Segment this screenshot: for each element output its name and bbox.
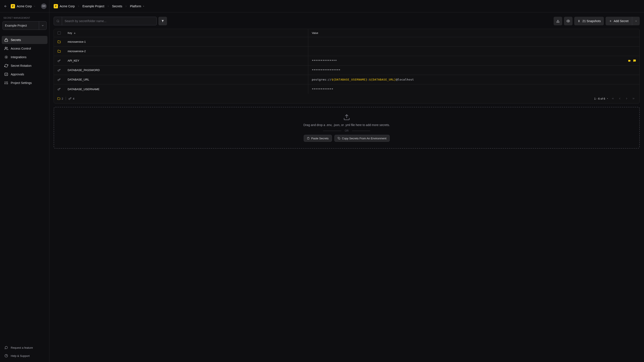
row-value: ************** xyxy=(312,59,337,62)
page-prev-button[interactable] xyxy=(617,96,622,101)
filter-icon xyxy=(161,20,164,22)
page-last-button[interactable] xyxy=(631,96,636,101)
folder-count-stat: 2 xyxy=(57,97,63,100)
add-secret-button[interactable]: Add Secret xyxy=(606,17,632,25)
chevron-down-icon xyxy=(41,24,44,27)
dropzone[interactable]: Drag and drop a .env, .json, or .yml fil… xyxy=(54,107,640,148)
svg-rect-18 xyxy=(338,138,340,140)
clipboard-icon xyxy=(307,137,310,140)
search-input[interactable] xyxy=(62,19,156,23)
svg-point-14 xyxy=(57,20,58,22)
table-row[interactable]: DATABASE_URLpostgres://${DATABASE_USERNA… xyxy=(54,75,640,84)
copy-secrets-button[interactable]: Copy Secrets From An Environment xyxy=(334,135,390,142)
row-value: postgres://${DATABASE_USERNAME}:${DATABA… xyxy=(312,78,414,81)
table-row[interactable]: DATABASE_USERNAME************ xyxy=(54,84,640,94)
request-feature-link[interactable]: Request a feature xyxy=(2,344,48,351)
key-icon xyxy=(58,59,60,62)
download-button[interactable] xyxy=(554,17,562,25)
dropzone-text: Drag and drop a .env, .json, or .yml fil… xyxy=(304,123,390,127)
sidebar-item-integrations[interactable]: Integrations xyxy=(2,53,48,61)
select-all-checkbox[interactable] xyxy=(58,31,61,34)
nav-item-label: Integrations xyxy=(11,56,26,59)
nav-icon xyxy=(4,46,8,50)
search-container xyxy=(54,17,157,25)
breadcrumb-item-env: Platform xyxy=(130,4,141,8)
project-selector-label: Example Project xyxy=(5,24,27,27)
row-key: microservice-1 xyxy=(68,40,86,43)
breadcrumb: P Acme Corp Example Project Secrets Plat… xyxy=(54,4,145,8)
back-button[interactable] xyxy=(2,3,8,9)
paste-secrets-label: Paste Secrets xyxy=(311,137,329,140)
search-icon xyxy=(54,17,62,25)
nav-icon xyxy=(4,81,8,85)
folder-icon xyxy=(58,50,61,53)
key-icon xyxy=(58,88,60,90)
nav-icon xyxy=(4,55,8,59)
row-value: **************** xyxy=(312,68,340,72)
table-row[interactable]: API_KEY************** xyxy=(54,56,640,66)
secret-count: 4 xyxy=(73,97,74,100)
sort-down-icon xyxy=(74,32,76,34)
sidebar-item-project-settings[interactable]: Project Settings xyxy=(2,79,48,87)
table-row[interactable]: microservice-2 xyxy=(54,46,640,56)
org-badge-icon: P xyxy=(11,4,15,8)
chevron-down-icon xyxy=(34,5,36,7)
page-first-button[interactable] xyxy=(610,96,616,101)
svg-point-16 xyxy=(578,20,580,22)
pagination-dropdown[interactable]: 1 - 6 of 6 xyxy=(594,97,608,100)
column-key-label: Key xyxy=(68,32,72,34)
add-secret-dropdown[interactable] xyxy=(632,17,640,25)
breadcrumb-item-project[interactable]: Example Project xyxy=(82,4,104,8)
sidebar-heading: SECRET MANAGEMENT xyxy=(2,17,48,21)
table-row[interactable]: microservice-1 xyxy=(54,37,640,46)
key-icon xyxy=(58,69,60,72)
or-divider: OR xyxy=(323,129,370,132)
sidebar-item-approvals[interactable]: Approvals xyxy=(2,70,48,78)
column-value-label: Value xyxy=(312,32,318,34)
snapshots-label: 21 Snapshots xyxy=(582,19,601,23)
org-badge-icon: P xyxy=(54,4,58,8)
filter-button[interactable] xyxy=(158,17,167,25)
chevron-down-icon xyxy=(635,20,637,22)
copy-icon xyxy=(338,137,340,140)
folder-count: 2 xyxy=(62,97,63,100)
svg-rect-0 xyxy=(5,40,8,42)
request-feature-label: Request a feature xyxy=(11,346,33,349)
nav-item-label: Project Settings xyxy=(11,81,32,84)
breadcrumb-item-secrets[interactable]: Secrets xyxy=(112,4,122,8)
chat-icon xyxy=(4,346,8,350)
sidebar-item-secrets[interactable]: Secrets xyxy=(2,36,48,44)
page-next-button[interactable] xyxy=(624,96,629,101)
question-icon xyxy=(4,354,8,358)
key-icon xyxy=(58,78,60,81)
row-key: microservice-2 xyxy=(68,50,86,53)
org-switcher[interactable]: P Acme Corp xyxy=(11,4,36,8)
project-selector[interactable]: Example Project xyxy=(2,21,46,30)
chevron-right-icon xyxy=(77,5,80,8)
svg-point-2 xyxy=(6,57,7,58)
help-support-link[interactable]: Help & Support xyxy=(2,352,48,360)
sidebar-item-secret-rotation[interactable]: Secret Rotation xyxy=(2,62,48,70)
paste-secrets-button[interactable]: Paste Secrets xyxy=(304,135,332,142)
snapshots-button[interactable]: 21 Snapshots xyxy=(574,17,604,25)
row-key: DATABASE_PASSWORD xyxy=(68,68,100,72)
row-value: ************ xyxy=(312,88,333,91)
sidebar-item-access-control[interactable]: Access Control xyxy=(2,44,48,52)
table-row[interactable]: DATABASE_PASSWORD**************** xyxy=(54,66,640,75)
pagination-label: 1 - 6 of 6 xyxy=(594,97,605,100)
folder-icon xyxy=(57,97,60,100)
environment-dropdown[interactable]: Platform xyxy=(130,4,144,8)
chevron-right-icon xyxy=(107,5,110,8)
breadcrumb-org[interactable]: P Acme Corp xyxy=(54,4,75,8)
folder-icon xyxy=(58,40,61,43)
org-name: Acme Corp xyxy=(17,4,32,8)
caret-down-icon xyxy=(606,98,608,100)
secret-count-stat: 4 xyxy=(68,97,74,100)
column-header-value: Value xyxy=(308,32,626,34)
visibility-toggle-button[interactable] xyxy=(564,17,572,25)
row-key: API_KEY xyxy=(68,59,79,62)
column-header-key[interactable]: Key xyxy=(64,29,308,37)
user-avatar[interactable]: DH xyxy=(41,4,46,9)
caret-down-icon xyxy=(142,5,145,7)
plus-icon xyxy=(609,20,612,22)
